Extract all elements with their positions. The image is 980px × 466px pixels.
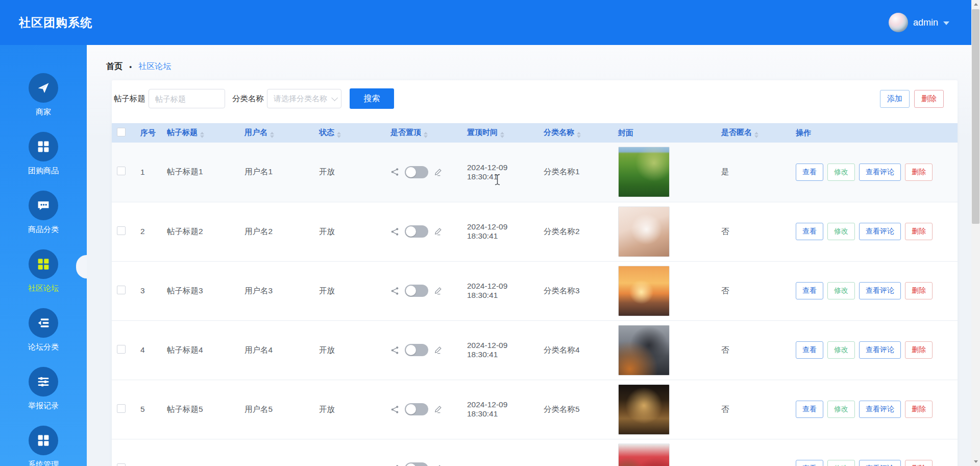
cover-image: [618, 325, 670, 376]
category-select[interactable]: 请选择分类名称: [267, 89, 341, 108]
row-checkbox[interactable]: [117, 167, 126, 175]
scrollbar-thumb[interactable]: [972, 9, 979, 224]
column-header-title[interactable]: 帖子标题: [163, 123, 240, 143]
edit-button[interactable]: 修改: [827, 401, 855, 418]
app-header: 社区团购系统 admin: [0, 0, 980, 45]
sidebar-item-label: 系统管理: [28, 459, 59, 466]
column-header-user[interactable]: 用户名: [240, 123, 315, 143]
edit-button[interactable]: 修改: [827, 341, 855, 359]
user-cell: 用户名2: [240, 202, 315, 261]
vertical-scrollbar[interactable]: [971, 0, 980, 466]
sidebar-item-report-records[interactable]: 举报记录: [0, 367, 87, 411]
share-icon: [390, 464, 399, 466]
pin-time-cell: 2024-12-09 18:30:41: [463, 320, 540, 380]
scroll-down-button[interactable]: [971, 457, 980, 466]
select-all-checkbox[interactable]: [117, 128, 126, 136]
row-delete-button[interactable]: 删除: [905, 223, 933, 240]
breadcrumb-home-link[interactable]: 首页: [106, 61, 122, 72]
sidebar-item-community-forum[interactable]: 社区论坛: [0, 249, 87, 293]
edit-button[interactable]: 修改: [827, 282, 855, 299]
scroll-up-button[interactable]: [971, 0, 980, 9]
breadcrumb-current-link[interactable]: 社区论坛: [138, 61, 171, 72]
row-delete-button[interactable]: 删除: [905, 460, 933, 466]
share-icon: [390, 346, 399, 355]
sliders-icon: [29, 367, 58, 397]
add-button[interactable]: 添加: [880, 90, 910, 108]
user-menu[interactable]: admin: [889, 13, 949, 32]
pin-time-cell: 2024-12-09 18:30:41: [463, 143, 540, 202]
column-header-category[interactable]: 分类名称: [540, 123, 614, 143]
avatar[interactable]: [889, 13, 908, 32]
edit-button[interactable]: 修改: [827, 460, 855, 466]
column-header-pinned[interactable]: 是否置顶: [386, 123, 463, 143]
edit-pencil-icon[interactable]: [434, 346, 442, 354]
view-button[interactable]: 查看: [796, 341, 823, 359]
cover-image: [618, 384, 670, 435]
column-header-index[interactable]: 序号: [136, 123, 163, 143]
pin-toggle[interactable]: [405, 285, 428, 297]
column-header-status[interactable]: 状态: [315, 123, 386, 143]
sidebar-item-group-products[interactable]: 团购商品: [0, 132, 87, 176]
view-button[interactable]: 查看: [796, 223, 823, 240]
user-cell: 用户名5: [240, 380, 315, 439]
row-checkbox[interactable]: [117, 345, 126, 354]
paper-plane-icon: [29, 73, 58, 103]
pin-toggle[interactable]: [405, 166, 428, 178]
sort-icon: [200, 132, 204, 138]
pin-toggle[interactable]: [405, 225, 428, 238]
row-checkbox[interactable]: [117, 286, 126, 294]
row-checkbox[interactable]: [117, 226, 126, 235]
row-delete-button[interactable]: 删除: [905, 282, 933, 299]
column-header-anonymous[interactable]: 是否匿名: [717, 123, 792, 143]
table-row: 5 帖子标题5 用户名5 开放 2024-12-09 18:30:41 分类名称…: [112, 380, 958, 439]
delete-button[interactable]: 删除: [914, 90, 944, 108]
main-content: 首页 ● 社区论坛 帖子标题 分类名称 请选择分类名称 搜索 添加 删除: [87, 45, 980, 466]
chat-bubble-icon: [29, 191, 58, 220]
search-button[interactable]: 搜索: [350, 88, 394, 109]
view-button[interactable]: 查看: [796, 282, 823, 299]
view-comments-button[interactable]: 查看评论: [859, 341, 901, 359]
grid-icon: [29, 249, 58, 279]
username: admin: [913, 17, 938, 28]
column-header-pin-time[interactable]: 置顶时间: [463, 123, 540, 143]
edit-pencil-icon[interactable]: [434, 227, 442, 236]
share-icon: [390, 287, 399, 295]
row-delete-button[interactable]: 删除: [905, 401, 933, 418]
user-cell: [240, 439, 315, 466]
post-title-cell: 帖子标题2: [163, 202, 240, 261]
sidebar-item-label: 商家: [36, 107, 51, 117]
sidebar-item-system-management[interactable]: 系统管理: [0, 426, 87, 466]
sidebar-item-forum-categories[interactable]: 论坛分类: [0, 308, 87, 352]
view-comments-button[interactable]: 查看评论: [859, 164, 901, 181]
sort-icon: [424, 132, 428, 138]
view-button[interactable]: 查看: [796, 164, 823, 181]
edit-pencil-icon[interactable]: [434, 287, 442, 295]
sort-icon: [337, 132, 341, 138]
view-button[interactable]: 查看: [796, 401, 823, 418]
row-checkbox[interactable]: [117, 463, 126, 466]
view-comments-button[interactable]: 查看评论: [859, 460, 901, 466]
sidebar-item-label: 团购商品: [28, 166, 59, 176]
post-title-cell: 帖子标题3: [163, 261, 240, 320]
sidebar-item-merchants[interactable]: 商家: [0, 73, 87, 117]
sidebar-item-product-categories[interactable]: 商品分类: [0, 191, 87, 235]
post-title-input[interactable]: [149, 89, 225, 108]
view-comments-button[interactable]: 查看评论: [859, 282, 901, 299]
edit-pencil-icon[interactable]: [434, 168, 442, 176]
view-comments-button[interactable]: 查看评论: [859, 223, 901, 240]
edit-pencil-icon[interactable]: [434, 405, 442, 413]
view-button[interactable]: 查看: [796, 460, 823, 466]
pin-toggle[interactable]: [405, 462, 428, 466]
pin-toggle[interactable]: [405, 344, 428, 356]
row-delete-button[interactable]: 删除: [905, 341, 933, 359]
pin-toggle[interactable]: [405, 403, 428, 415]
row-delete-button[interactable]: 删除: [905, 164, 933, 181]
edit-button[interactable]: 修改: [827, 223, 855, 240]
pin-time-cell: 2024-12-09 18:30:41: [463, 202, 540, 261]
category-label: 分类名称: [232, 94, 264, 104]
share-icon: [390, 168, 399, 176]
edit-button[interactable]: 修改: [827, 164, 855, 181]
view-comments-button[interactable]: 查看评论: [859, 401, 901, 418]
status-cell: 开放: [315, 202, 386, 261]
row-checkbox[interactable]: [117, 404, 126, 413]
